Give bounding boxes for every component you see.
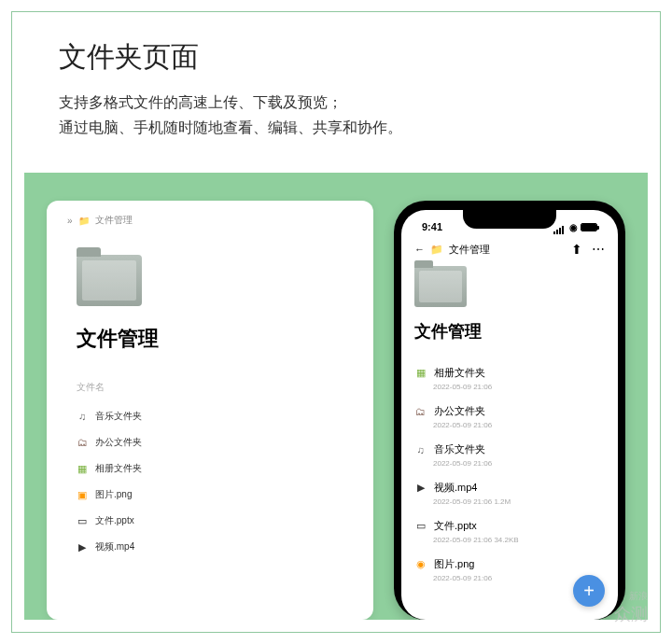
wifi-icon: ◉ bbox=[569, 222, 578, 232]
page-title: 文件夹页面 bbox=[59, 38, 613, 77]
file-meta: 2022-05-09 21:06 34.2KB bbox=[433, 536, 605, 544]
column-header-name: 文件名 bbox=[77, 381, 353, 394]
file-name: 文件.pptx bbox=[434, 519, 477, 533]
file-meta: 2022-05-09 21:06 1.2M bbox=[433, 497, 605, 506]
file-name: 音乐文件夹 bbox=[434, 442, 485, 456]
subtitle-line1: 支持多格式文件的高速上传、下载及预览； bbox=[59, 90, 613, 115]
file-type-icon: ♫ bbox=[414, 443, 427, 455]
file-name: 视频.mp4 bbox=[95, 540, 134, 553]
breadcrumb-label: 文件管理 bbox=[95, 214, 133, 227]
folder-icon: 📁 bbox=[430, 244, 443, 256]
file-type-icon: ♫ bbox=[77, 411, 88, 422]
file-name: 视频.mp4 bbox=[434, 481, 477, 495]
desktop-mockup: » 📁 文件管理 文件管理 文件名 ♫音乐文件夹🗂办公文件夹▦相册文件夹▣图片.… bbox=[47, 201, 373, 620]
add-button[interactable]: + bbox=[573, 575, 605, 607]
status-time: 9:41 bbox=[422, 221, 442, 232]
list-item[interactable]: 🗂办公文件夹 bbox=[77, 429, 353, 455]
file-name: 图片.png bbox=[95, 488, 132, 501]
subtitle-line2: 通过电脑、手机随时随地查看、编辑、共享和协作。 bbox=[59, 115, 613, 140]
phone-header: ← 📁 文件管理 ⬆ ⋯ bbox=[414, 242, 605, 257]
folder-icon: 📁 bbox=[78, 216, 90, 226]
file-name: 文件.pptx bbox=[95, 514, 134, 527]
breadcrumb-arrows-icon: » bbox=[67, 216, 73, 226]
list-item[interactable]: ▶视频.mp4 bbox=[77, 534, 353, 560]
file-type-icon: ▶ bbox=[414, 482, 427, 494]
list-item[interactable]: ▣图片.png bbox=[77, 482, 353, 508]
file-type-icon: 🗂 bbox=[414, 405, 427, 417]
phone-notch bbox=[463, 210, 556, 229]
share-icon[interactable]: ⬆ bbox=[571, 242, 582, 257]
phone-mockup: 9:41 ◉ ← 📁 文件管理 ⬆ ⋯ bbox=[394, 201, 625, 620]
file-name: 办公文件夹 bbox=[95, 436, 142, 449]
file-meta: 2022-05-09 21:06 bbox=[433, 383, 605, 391]
list-item[interactable]: ▭文件.pptx2022-05-09 21:06 34.2KB bbox=[414, 512, 605, 551]
file-type-icon: ▭ bbox=[414, 520, 427, 532]
back-icon[interactable]: ← bbox=[414, 244, 425, 255]
file-name: 办公文件夹 bbox=[434, 404, 485, 418]
list-item[interactable]: ▦相册文件夹2022-05-09 21:06 bbox=[414, 359, 605, 398]
folder-hero-icon bbox=[414, 266, 467, 307]
folder-hero-icon bbox=[77, 255, 142, 306]
phone-screen: 9:41 ◉ ← 📁 文件管理 ⬆ ⋯ bbox=[401, 210, 618, 620]
list-item[interactable]: ▦相册文件夹 bbox=[77, 455, 353, 482]
file-type-icon: ▶ bbox=[77, 541, 88, 553]
phone-file-list: ▦相册文件夹2022-05-09 21:06🗂办公文件夹2022-05-09 2… bbox=[414, 359, 605, 589]
phone-title: 文件管理 bbox=[414, 320, 605, 343]
desktop-title: 文件管理 bbox=[77, 325, 353, 353]
desktop-file-list: ♫音乐文件夹🗂办公文件夹▦相册文件夹▣图片.png▭文件.pptx▶视频.mp4 bbox=[77, 403, 353, 560]
file-meta: 2022-05-09 21:06 bbox=[433, 421, 605, 429]
file-type-icon: ▦ bbox=[77, 463, 88, 474]
file-name: 图片.png bbox=[434, 557, 474, 571]
file-type-icon: 🗂 bbox=[77, 437, 88, 448]
breadcrumb[interactable]: » 📁 文件管理 bbox=[67, 214, 353, 227]
phone-breadcrumb-label: 文件管理 bbox=[449, 243, 490, 257]
header: 文件夹页面 支持多格式文件的高速上传、下载及预览； 通过电脑、手机随时随地查看、… bbox=[12, 12, 660, 157]
plus-icon: + bbox=[583, 581, 595, 602]
file-name: 相册文件夹 bbox=[434, 366, 485, 380]
signal-icon bbox=[553, 223, 567, 231]
list-item[interactable]: ▭文件.pptx bbox=[77, 508, 353, 534]
file-type-icon: ▭ bbox=[77, 515, 88, 526]
file-name: 相册文件夹 bbox=[95, 462, 142, 475]
battery-icon bbox=[581, 223, 597, 231]
file-type-icon: ▦ bbox=[414, 367, 427, 379]
list-item[interactable]: 🗂办公文件夹2022-05-09 21:06 bbox=[414, 398, 605, 436]
list-item[interactable]: ♫音乐文件夹 bbox=[77, 403, 353, 429]
page-subtitle: 支持多格式文件的高速上传、下载及预览； 通过电脑、手机随时随地查看、编辑、共享和… bbox=[59, 90, 613, 140]
file-type-icon: ◉ bbox=[414, 558, 427, 570]
file-name: 音乐文件夹 bbox=[95, 410, 142, 423]
list-item[interactable]: ♫音乐文件夹2022-05-09 21:06 bbox=[414, 436, 605, 474]
showcase-area: » 📁 文件管理 文件管理 文件名 ♫音乐文件夹🗂办公文件夹▦相册文件夹▣图片.… bbox=[24, 173, 648, 620]
file-meta: 2022-05-09 21:06 bbox=[433, 459, 605, 468]
more-icon[interactable]: ⋯ bbox=[592, 242, 605, 257]
main-frame: 文件夹页面 支持多格式文件的高速上传、下载及预览； 通过电脑、手机随时随地查看、… bbox=[11, 11, 661, 633]
file-type-icon: ▣ bbox=[77, 489, 88, 500]
list-item[interactable]: ▶视频.mp42022-05-09 21:06 1.2M bbox=[414, 474, 605, 512]
